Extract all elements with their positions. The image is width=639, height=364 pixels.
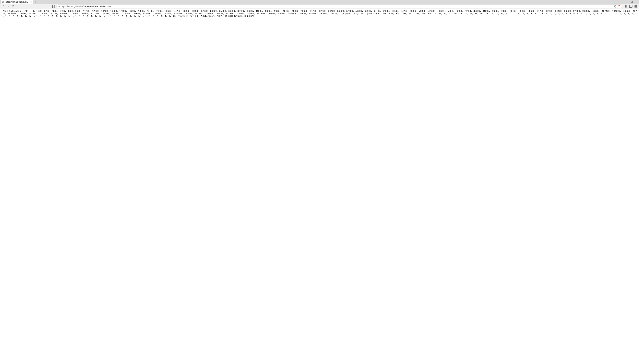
- back-button[interactable]: [2, 4, 5, 8]
- shield-icon[interactable]: [614, 5, 617, 8]
- toolbar: https://leimao.github.io/Git-Leaders/dat…: [0, 4, 639, 9]
- url-text: https://leimao.github.io/Git-Leaders/dat…: [61, 5, 612, 8]
- forward-button[interactable]: [6, 4, 10, 8]
- json-content: {"num_followers_list": [0, 1600, 3200, 4…: [0, 9, 639, 18]
- svg-rect-3: [630, 5, 632, 8]
- svg-rect-1: [631, 1, 632, 2]
- sidebar-button[interactable]: [629, 4, 633, 8]
- reading-list-button[interactable]: [624, 4, 628, 8]
- url-path: Git-Leaders/data/statistics.json: [82, 5, 111, 8]
- address-bar[interactable]: https://leimao.github.io/Git-Leaders/dat…: [56, 4, 622, 8]
- bookmark-button[interactable]: [52, 4, 55, 8]
- tabstrip-right: [620, 0, 639, 4]
- lock-icon: [58, 5, 60, 8]
- separator: [613, 5, 613, 8]
- reload-button[interactable]: [11, 4, 15, 8]
- browser-tab[interactable]: https://leimao.github.io/G: [1, 0, 33, 4]
- maximize-button[interactable]: [629, 0, 634, 4]
- new-tab-button[interactable]: [33, 0, 38, 4]
- tab-list-button[interactable]: [620, 0, 624, 4]
- tab-title: https://leimao.github.io/G: [6, 1, 28, 3]
- globe-icon: [2, 1, 4, 3]
- brave-icon[interactable]: [618, 5, 620, 8]
- svg-rect-2: [58, 6, 60, 7]
- close-window-button[interactable]: [634, 0, 639, 4]
- addressbar-right: [613, 5, 620, 8]
- minimize-button[interactable]: [624, 0, 629, 4]
- url-host: https://leimao.github.io/: [61, 5, 82, 8]
- tab-strip: https://leimao.github.io/G: [0, 0, 639, 4]
- menu-button[interactable]: [634, 4, 638, 8]
- toolbar-right: [624, 4, 638, 8]
- close-tab-icon[interactable]: [30, 1, 32, 3]
